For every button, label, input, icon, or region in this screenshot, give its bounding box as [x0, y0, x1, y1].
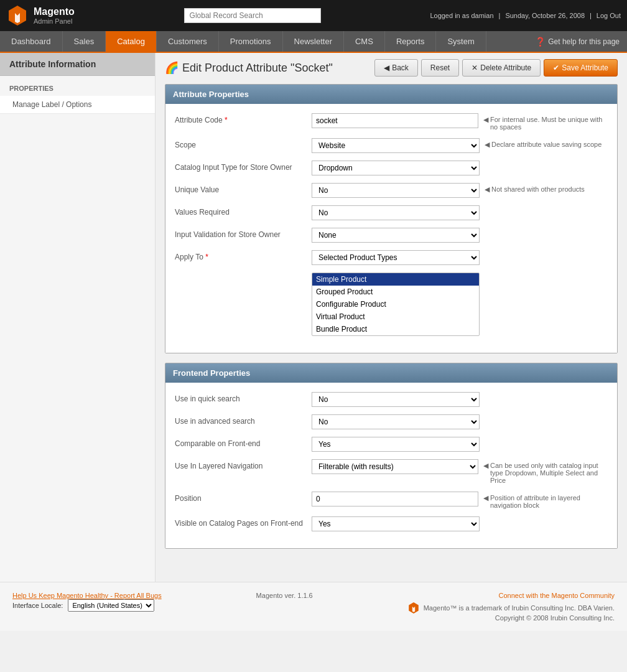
comparable-field: No Yes [312, 437, 608, 452]
attribute-properties-section: Attribute Properties Attribute Code * ◀ … [165, 84, 618, 353]
header: Magento Admin Panel Logged in as damian … [0, 0, 627, 31]
reset-button[interactable]: Reset [421, 59, 459, 77]
visible-catalog-label: Visible on Catalog Pages on Front-end [175, 516, 312, 528]
values-required-select[interactable]: No Yes [312, 205, 480, 220]
comparable-row: Comparable on Front-end No Yes [175, 437, 608, 452]
help-link[interactable]: ❓ Get help for this page [527, 31, 627, 52]
back-icon: ◀ [384, 63, 389, 72]
magento-footer-logo-icon [407, 602, 420, 614]
nav-catalog[interactable]: Catalog [106, 31, 157, 52]
values-required-row: Values Required No Yes [175, 205, 608, 220]
help-label: Get help for this page [548, 37, 620, 46]
search-input[interactable] [184, 8, 321, 23]
layered-nav-hint: ◀ Can be used only with catalog input ty… [483, 459, 608, 484]
unique-value-label: Unique Value [175, 183, 312, 194]
delete-button[interactable]: ✕ Delete Attribute [462, 59, 541, 77]
scope-hint: ◀ Declare attribute value saving scope [485, 138, 601, 149]
position-input[interactable] [312, 492, 478, 506]
main-nav: Dashboard Sales Catalog Customers Promot… [0, 31, 627, 53]
quick-search-row: Use in quick search No Yes [175, 392, 608, 407]
sidebar-section: Properties Manage Label / Options [0, 76, 155, 119]
values-required-label: Values Required [175, 205, 312, 217]
visible-catalog-field: No Yes [312, 516, 608, 531]
trademark-text: Magento™ is a trademark of Irubin Consul… [424, 604, 615, 612]
nav-sales[interactable]: Sales [63, 31, 106, 52]
scope-label: Scope [175, 138, 312, 149]
unique-value-select[interactable]: No Yes [312, 183, 480, 198]
catalog-input-select[interactable]: Text Field Text Area Date Yes/No Multipl… [312, 161, 480, 175]
scope-select[interactable]: Store View Website Global [312, 138, 480, 153]
apply-to-label: Apply To * [175, 250, 312, 261]
attribute-code-label: Attribute Code * [175, 113, 312, 124]
footer-right: Connect with the Magento Community Magen… [407, 592, 615, 622]
sidebar: Attribute Information Properties Manage … [0, 53, 156, 582]
input-validation-row: Input Validation for Store Owner None De… [175, 228, 608, 243]
nav-promotions[interactable]: Promotions [219, 31, 283, 52]
sidebar-title: Attribute Information [0, 53, 155, 76]
logo-text-group: Magento Admin Panel [34, 6, 75, 25]
footer: Help Us Keep Magento Healthy - Report Al… [0, 582, 627, 631]
quick-search-select[interactable]: No Yes [312, 392, 480, 407]
save-button[interactable]: ✔ Save Attribute [544, 59, 618, 77]
unique-value-hint: ◀ Not shared with other products [485, 183, 585, 194]
nav-customers[interactable]: Customers [157, 31, 219, 52]
footer-center: Magento ver. 1.1.6 [256, 592, 313, 599]
logo-subtitle: Admin Panel [34, 17, 75, 25]
layered-nav-field: No Filterable (with results) Filterable … [312, 459, 608, 484]
frontend-properties-section: Frontend Properties Use in quick search … [165, 363, 618, 549]
position-row: Position ◀ Position of attribute in laye… [175, 492, 608, 509]
search-area [75, 8, 430, 23]
nav-dashboard[interactable]: Dashboard [0, 31, 63, 52]
advanced-search-label: Use in advanced search [175, 414, 312, 426]
advanced-search-select[interactable]: No Yes [312, 414, 480, 429]
delete-icon: ✕ [471, 63, 478, 72]
layered-nav-label: Use In Layered Navigation [175, 459, 312, 470]
logo-name: Magento [34, 6, 75, 17]
button-group: ◀ Back Reset ✕ Delete Attribute ✔ Save A… [374, 59, 618, 77]
logout-link[interactable]: Log Out [597, 12, 621, 19]
version-text: Magento ver. 1.1.6 [256, 592, 313, 599]
sidebar-link-manage-label[interactable]: Manage Label / Options [0, 96, 155, 114]
community-link[interactable]: Connect with the Magento Community [499, 592, 615, 599]
hint-arrow4-icon: ◀ [483, 462, 488, 470]
attribute-code-field: ◀ For internal use. Must be unique with … [312, 113, 608, 131]
catalog-input-type-row: Catalog Input Type for Store Owner Text … [175, 161, 608, 175]
footer-left: Help Us Keep Magento Healthy - Report Al… [12, 592, 162, 612]
advanced-search-row: Use in advanced search No Yes [175, 414, 608, 429]
input-validation-field: None Decimal Number Integer Number Email… [312, 228, 608, 243]
content-area: 🌈 Edit Product Attribute "Socket" ◀ Back… [156, 53, 627, 582]
product-types-listbox[interactable]: Simple Product Grouped Product Configura… [312, 273, 480, 336]
nav-system[interactable]: System [436, 31, 486, 52]
locale-select[interactable]: English (United States) [68, 599, 154, 612]
help-icon: ❓ [535, 37, 546, 47]
scope-row: Scope Store View Website Global ◀ Declar… [175, 138, 608, 153]
date-display: Sunday, October 26, 2008 [505, 12, 585, 19]
save-icon: ✔ [553, 63, 559, 72]
nav-reports[interactable]: Reports [385, 31, 437, 52]
layered-nav-row: Use In Layered Navigation No Filterable … [175, 459, 608, 484]
bug-report-link[interactable]: Help Us Keep Magento Healthy - Report Al… [12, 592, 162, 599]
frontend-properties-body: Use in quick search No Yes Use in advanc… [165, 383, 617, 548]
attribute-code-input[interactable] [312, 113, 478, 128]
hint-arrow5-icon: ◀ [483, 494, 488, 502]
locale-label: Interface Locale: [12, 602, 63, 609]
apply-to-select[interactable]: All Product Types Selected Product Types [312, 250, 480, 265]
visible-catalog-select[interactable]: No Yes [312, 516, 480, 531]
nav-newsletter[interactable]: Newsletter [283, 31, 344, 52]
logged-in-label: Logged in as damian [430, 12, 493, 19]
unique-value-row: Unique Value No Yes ◀ Not shared with ot… [175, 183, 608, 198]
input-validation-select[interactable]: None Decimal Number Integer Number Email… [312, 228, 480, 243]
back-button[interactable]: ◀ Back [374, 59, 418, 77]
page-header: 🌈 Edit Product Attribute "Socket" ◀ Back… [165, 59, 618, 77]
apply-to-row: Apply To * All Product Types Selected Pr… [175, 250, 608, 336]
sidebar-section-label: Properties [0, 81, 155, 96]
hint-arrow3-icon: ◀ [485, 185, 490, 194]
nav-cms[interactable]: CMS [344, 31, 385, 52]
layered-nav-select[interactable]: No Filterable (with results) Filterable … [312, 459, 478, 474]
frontend-properties-title: Frontend Properties [173, 368, 250, 378]
comparable-select[interactable]: No Yes [312, 437, 480, 452]
attribute-properties-title: Attribute Properties [173, 90, 249, 99]
visible-catalog-row: Visible on Catalog Pages on Front-end No… [175, 516, 608, 531]
hint-arrow-icon: ◀ [483, 116, 488, 124]
attribute-code-hint: ◀ For internal use. Must be unique with … [483, 113, 608, 131]
